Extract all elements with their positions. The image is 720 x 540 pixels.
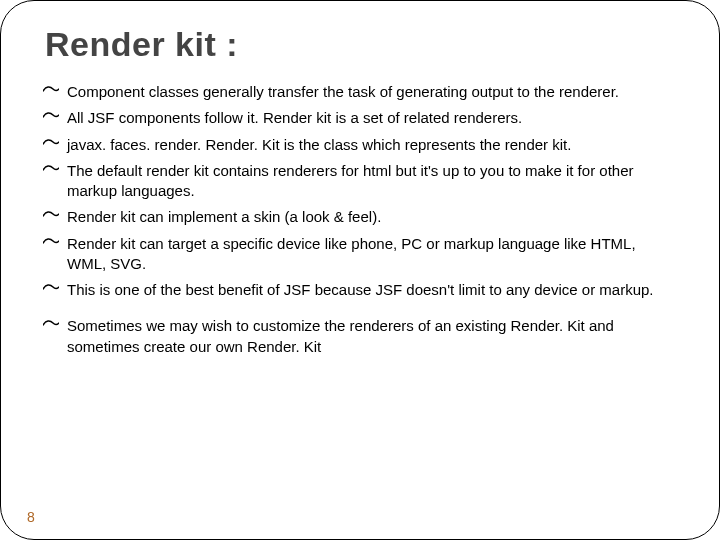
- bullet-item: This is one of the best benefit of JSF b…: [41, 280, 671, 300]
- page-number: 8: [27, 509, 35, 525]
- bullet-item: The default render kit contains renderer…: [41, 161, 671, 202]
- slide: Render kit : Component classes generally…: [0, 0, 720, 540]
- bullet-list-secondary: Sometimes we may wish to customize the r…: [41, 316, 679, 357]
- bullet-item: All JSF components follow it. Render kit…: [41, 108, 671, 128]
- bullet-item: Sometimes we may wish to customize the r…: [41, 316, 671, 357]
- bullet-item: Component classes generally transfer the…: [41, 82, 671, 102]
- slide-title: Render kit :: [45, 25, 679, 64]
- bullet-list-main: Component classes generally transfer the…: [41, 82, 679, 300]
- bullet-item: javax. faces. render. Render. Kit is the…: [41, 135, 671, 155]
- bullet-item: Render kit can target a specific device …: [41, 234, 671, 275]
- bullet-item: Render kit can implement a skin (a look …: [41, 207, 671, 227]
